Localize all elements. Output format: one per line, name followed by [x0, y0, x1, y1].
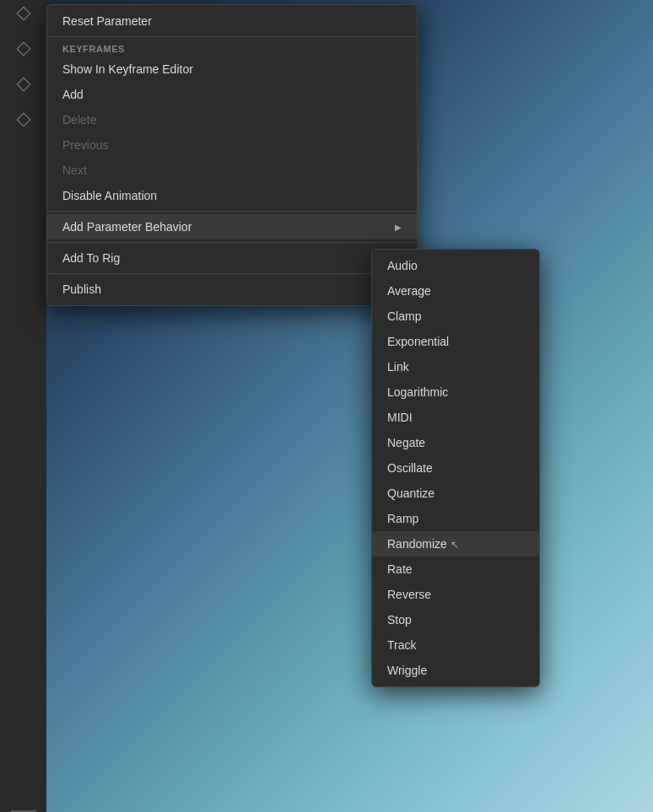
sidebar-diamond-3	[16, 78, 30, 92]
wriggle-item[interactable]: Wriggle	[372, 658, 539, 683]
sidebar-diamond-4	[16, 113, 30, 127]
stop-item[interactable]: Stop	[372, 607, 539, 632]
average-label: Average	[387, 284, 431, 298]
add-parameter-behavior-label: Add Parameter Behavior	[62, 220, 192, 234]
show-keyframe-editor-label: Show In Keyframe Editor	[62, 62, 193, 76]
parameter-behavior-submenu: Audio Average Clamp Exponential Link Log…	[371, 249, 540, 687]
oscillate-item[interactable]: Oscillate	[372, 455, 539, 481]
rate-item[interactable]: Rate	[372, 557, 539, 582]
stop-label: Stop	[387, 613, 412, 626]
keyframes-header: KEYFRAMES	[47, 40, 417, 56]
publish-item[interactable]: Publish	[47, 277, 417, 302]
sidebar	[0, 0, 46, 812]
reverse-label: Reverse	[387, 588, 431, 601]
link-label: Link	[387, 360, 409, 374]
add-parameter-behavior-arrow: ▶	[395, 223, 402, 232]
delete-label: Delete	[62, 113, 96, 126]
add-item[interactable]: Add	[47, 82, 417, 107]
disable-animation-item[interactable]: Disable Animation	[47, 183, 417, 208]
sidebar-diamond-2	[16, 42, 30, 56]
separator-3	[47, 242, 417, 243]
separator-1	[47, 36, 417, 37]
previous-item[interactable]: Previous	[47, 132, 417, 158]
next-item[interactable]: Next	[47, 158, 417, 183]
delete-item[interactable]: Delete	[47, 107, 417, 132]
link-item[interactable]: Link	[372, 354, 539, 379]
show-keyframe-editor-item[interactable]: Show In Keyframe Editor	[47, 56, 417, 82]
reverse-item[interactable]: Reverse	[372, 582, 539, 607]
ramp-item[interactable]: Ramp	[372, 506, 539, 531]
previous-label: Previous	[62, 138, 108, 152]
add-to-rig-label: Add To Rig	[62, 251, 120, 265]
disable-animation-label: Disable Animation	[62, 189, 157, 202]
audio-label: Audio	[387, 259, 418, 272]
randomize-item[interactable]: Randomize ↖	[372, 531, 539, 557]
midi-label: MIDI	[387, 411, 413, 424]
rate-label: Rate	[387, 562, 413, 576]
track-item[interactable]: Track	[372, 632, 539, 658]
track-label: Track	[387, 638, 416, 652]
exponential-label: Exponential	[387, 335, 449, 348]
add-to-rig-item[interactable]: Add To Rig ▶	[47, 245, 417, 271]
logarithmic-label: Logarithmic	[387, 385, 448, 399]
cursor-icon: ↖	[451, 539, 459, 551]
quantize-item[interactable]: Quantize	[372, 481, 539, 506]
context-menu: Reset Parameter KEYFRAMES Show In Keyfra…	[46, 4, 418, 306]
randomize-label: Randomize	[387, 537, 447, 551]
separator-4	[47, 273, 417, 274]
next-label: Next	[62, 164, 87, 177]
clamp-item[interactable]: Clamp	[372, 304, 539, 329]
negate-item[interactable]: Negate	[372, 430, 539, 455]
wriggle-label: Wriggle	[387, 664, 427, 677]
oscillate-label: Oscillate	[387, 461, 433, 475]
ramp-label: Ramp	[387, 512, 418, 525]
add-label: Add	[62, 88, 84, 101]
exponential-item[interactable]: Exponential	[372, 329, 539, 354]
separator-2	[47, 211, 417, 212]
quantize-label: Quantize	[387, 487, 434, 500]
clamp-label: Clamp	[387, 309, 421, 323]
midi-item[interactable]: MIDI	[372, 405, 539, 430]
negate-label: Negate	[387, 436, 425, 449]
reset-parameter-item[interactable]: Reset Parameter	[47, 8, 417, 34]
sidebar-diamond-1	[16, 7, 30, 21]
publish-label: Publish	[62, 282, 101, 296]
audio-item[interactable]: Audio	[372, 253, 539, 278]
average-item[interactable]: Average	[372, 278, 539, 304]
reset-parameter-label: Reset Parameter	[62, 14, 152, 28]
logarithmic-item[interactable]: Logarithmic	[372, 379, 539, 405]
add-parameter-behavior-item[interactable]: Add Parameter Behavior ▶	[47, 214, 417, 239]
